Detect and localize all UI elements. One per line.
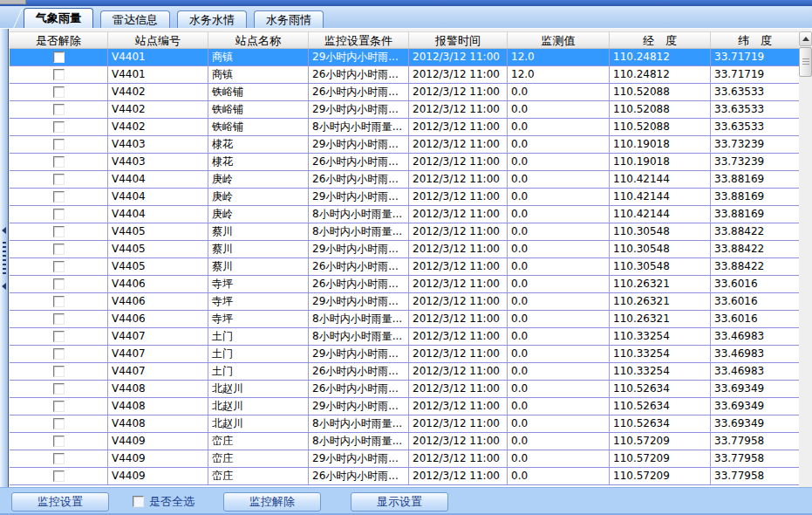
cell-value: 0.0 xyxy=(508,363,610,380)
cell-value: 0.0 xyxy=(508,189,610,205)
cell-condition: 26小时内小时雨... xyxy=(309,381,409,397)
row-checkbox[interactable] xyxy=(53,331,65,342)
table-row[interactable]: V4407 土门 26小时内小时雨... 2012/3/12 11:00 0.0… xyxy=(10,363,799,381)
table-row[interactable]: V4401 商镇 26小时内小时雨... 2012/3/12 11:00 12.… xyxy=(10,66,799,84)
tab-radar-info[interactable]: 雷达信息 xyxy=(100,10,170,28)
table-row[interactable]: V4409 峦庄 26小时内小时雨... 2012/3/12 11:00 0.0… xyxy=(10,468,799,485)
header-clear-flag[interactable]: 是否解除 xyxy=(10,32,108,48)
row-checkbox[interactable] xyxy=(53,278,65,290)
cell-station-name: 峦庄 xyxy=(208,468,309,484)
row-checkbox[interactable] xyxy=(53,226,65,237)
row-checkbox[interactable] xyxy=(53,296,65,307)
table-row[interactable]: V4402 铁峪铺 8小时内小时雨量... 2012/3/12 11:00 0.… xyxy=(10,119,799,136)
cell-alarm-time: 2012/3/12 11:00 xyxy=(409,450,508,467)
table-row[interactable]: V4405 蔡川 29小时内小时雨... 2012/3/12 11:00 0.0… xyxy=(10,241,799,258)
row-checkbox[interactable] xyxy=(53,121,65,133)
table-row[interactable]: V4409 峦庄 29小时内小时雨... 2012/3/12 11:00 0.0… xyxy=(10,450,799,468)
row-checkbox[interactable] xyxy=(53,313,65,325)
left-splitter[interactable] xyxy=(0,29,9,487)
cell-latitude: 33.77958 xyxy=(711,433,799,450)
row-checkbox[interactable] xyxy=(53,383,65,395)
row-checkbox[interactable] xyxy=(53,366,65,377)
header-station-name[interactable]: 站点名称 xyxy=(208,32,309,48)
row-checkbox[interactable] xyxy=(53,69,65,80)
row-checkbox[interactable] xyxy=(53,261,65,272)
cell-station-id: V4407 xyxy=(108,328,208,345)
table-row[interactable]: V4407 土门 29小时内小时雨... 2012/3/12 11:00 0.0… xyxy=(10,346,799,363)
tab-strip: 气象雨量 雷达信息 水务水情 水务雨情 xyxy=(17,8,331,28)
cell-condition: 29小时内小时雨... xyxy=(309,101,409,118)
table-row[interactable]: V4403 棣花 29小时内小时雨... 2012/3/12 11:00 0.0… xyxy=(10,136,799,154)
cell-longitude: 110.57209 xyxy=(610,450,711,467)
row-checkbox[interactable] xyxy=(53,174,65,185)
cell-alarm-time: 2012/3/12 11:00 xyxy=(409,66,508,83)
monitor-settings-button[interactable]: 监控设置 xyxy=(11,492,109,512)
table-row[interactable]: V4408 北赵川 8小时内小时雨量... 2012/3/12 11:00 0.… xyxy=(10,415,799,433)
tab-water-regime[interactable]: 水务水情 xyxy=(177,10,247,28)
table-row[interactable]: V4408 北赵川 29小时内小时雨... 2012/3/12 11:00 0.… xyxy=(10,398,799,415)
header-value[interactable]: 监测值 xyxy=(508,32,610,48)
table-row[interactable]: V4406 寺坪 8小时内小时雨量... 2012/3/12 11:00 0.0… xyxy=(10,311,799,328)
row-checkbox[interactable] xyxy=(53,139,65,150)
collapse-arrow-icon[interactable] xyxy=(2,283,6,290)
row-checkbox[interactable] xyxy=(53,209,65,220)
table-row[interactable]: V4401 商镇 29小时内小时雨... 2012/3/12 11:00 12.… xyxy=(10,49,799,66)
row-checkbox[interactable] xyxy=(53,52,65,63)
table-row[interactable]: V4405 蔡川 8小时内小时雨量... 2012/3/12 11:00 0.0… xyxy=(10,223,799,241)
cell-station-name: 土门 xyxy=(208,328,309,345)
row-checkbox[interactable] xyxy=(53,244,65,255)
tab-meteorological-rainfall[interactable]: 气象雨量 xyxy=(24,8,93,28)
cell-longitude: 110.30548 xyxy=(610,223,711,240)
row-checkbox[interactable] xyxy=(53,156,65,168)
cell-alarm-time: 2012/3/12 11:00 xyxy=(409,241,508,258)
row-checkbox-cell xyxy=(10,189,108,205)
row-checkbox[interactable] xyxy=(53,86,65,98)
header-longitude[interactable]: 经 度 xyxy=(610,32,711,48)
row-checkbox[interactable] xyxy=(53,348,65,360)
cell-station-id: V4404 xyxy=(108,171,208,188)
cell-alarm-time: 2012/3/12 11:00 xyxy=(409,223,508,240)
table-row[interactable]: V4406 寺坪 29小时内小时雨... 2012/3/12 11:00 0.0… xyxy=(10,293,799,311)
cell-longitude: 110.57209 xyxy=(610,468,711,484)
table-row[interactable]: V4404 庚岭 8小时内小时雨量... 2012/3/12 11:00 0.0… xyxy=(10,206,799,223)
header-alarm-time[interactable]: 报警时间 xyxy=(409,32,508,48)
table-row[interactable]: V4404 庚岭 26小时内小时雨... 2012/3/12 11:00 0.0… xyxy=(10,171,799,189)
row-checkbox[interactable] xyxy=(53,470,65,482)
table-row[interactable]: V4402 铁峪铺 26小时内小时雨... 2012/3/12 11:00 0.… xyxy=(10,84,799,101)
row-checkbox[interactable] xyxy=(53,191,65,203)
monitor-release-button[interactable]: 监控解除 xyxy=(223,492,321,512)
table-row[interactable]: V4408 北赵川 26小时内小时雨... 2012/3/12 11:00 0.… xyxy=(10,381,799,398)
table-row[interactable]: V4409 峦庄 8小时内小时雨量... 2012/3/12 11:00 0.0… xyxy=(10,433,799,450)
scroll-up-arrow-icon xyxy=(802,37,809,41)
row-checkbox[interactable] xyxy=(53,453,65,464)
header-latitude[interactable]: 纬 度 xyxy=(711,32,799,48)
collapse-arrow-icon[interactable] xyxy=(2,227,6,234)
cell-condition: 29小时内小时雨... xyxy=(309,241,409,258)
splitter-drag-handle-icon[interactable] xyxy=(3,242,6,275)
tab-water-rainfall[interactable]: 水务雨情 xyxy=(254,10,324,28)
cell-station-id: V4406 xyxy=(108,276,208,292)
cell-station-name: 铁峪铺 xyxy=(208,84,309,100)
table-row[interactable]: V4402 铁峪铺 29小时内小时雨... 2012/3/12 11:00 0.… xyxy=(10,101,799,119)
cell-station-id: V4404 xyxy=(108,206,208,223)
vertical-scrollbar[interactable] xyxy=(799,31,812,487)
table-row[interactable]: V4407 土门 8小时内小时雨量... 2012/3/12 11:00 0.0… xyxy=(10,328,799,346)
cell-station-name: 寺坪 xyxy=(208,276,309,292)
scroll-up-button[interactable] xyxy=(799,31,812,46)
display-settings-button[interactable]: 显示设置 xyxy=(351,492,448,512)
table-row[interactable]: V4406 寺坪 26小时内小时雨... 2012/3/12 11:00 0.0… xyxy=(10,276,799,293)
row-checkbox[interactable] xyxy=(53,104,65,115)
cell-station-name: 北赵川 xyxy=(208,381,309,397)
table-row[interactable]: V4404 庚岭 29小时内小时雨... 2012/3/12 11:00 0.0… xyxy=(10,189,799,206)
row-checkbox[interactable] xyxy=(53,418,65,429)
table-row[interactable]: V4405 蔡川 26小时内小时雨... 2012/3/12 11:00 0.0… xyxy=(10,258,799,276)
table-row[interactable]: V4403 棣花 26小时内小时雨... 2012/3/12 11:00 0.0… xyxy=(10,154,799,171)
row-checkbox[interactable] xyxy=(53,436,65,447)
row-checkbox[interactable] xyxy=(53,401,65,412)
scroll-thumb[interactable] xyxy=(799,47,812,77)
select-all-checkbox[interactable] xyxy=(133,496,144,507)
alarm-table: 是否解除 站点编号 站点名称 监控设置条件 报警时间 监测值 经 度 纬 度 V… xyxy=(10,29,799,487)
cell-alarm-time: 2012/3/12 11:00 xyxy=(409,398,508,415)
header-station-id[interactable]: 站点编号 xyxy=(108,32,208,48)
header-condition[interactable]: 监控设置条件 xyxy=(309,32,409,48)
